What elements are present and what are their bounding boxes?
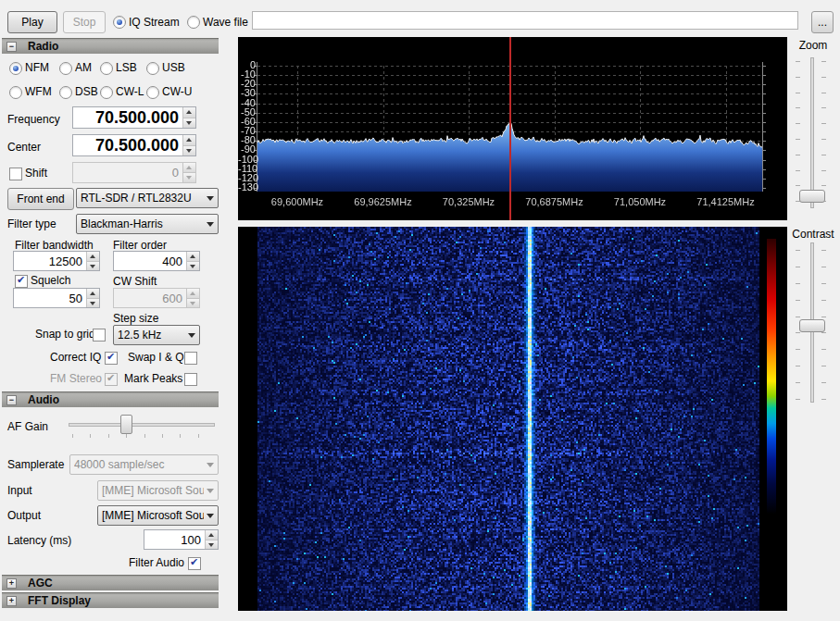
swap-iq-label: Swap I & Q (128, 351, 184, 364)
filter-bandwidth-field[interactable]: 12500 (13, 251, 100, 271)
center-up-icon[interactable] (183, 135, 195, 146)
mode-radio-cw-l[interactable] (100, 86, 113, 99)
expand-icon[interactable]: + (6, 596, 17, 606)
squelch-down-icon[interactable] (87, 299, 99, 308)
shift-label: Shift (25, 167, 47, 180)
frequency-up-icon[interactable] (183, 107, 195, 118)
order-down-icon[interactable] (187, 262, 199, 271)
iq-stream-radio[interactable] (113, 16, 126, 29)
correct-iq-label: Correct IQ (50, 351, 101, 364)
zoom-ticks-left (796, 61, 800, 202)
center-field[interactable]: 70.500.000 (72, 134, 196, 156)
stop-button[interactable]: Stop (63, 11, 106, 33)
front-end-value: RTL-SDR / RTL2832U (81, 192, 204, 205)
squelch-up-icon[interactable] (87, 289, 99, 299)
squelch-field[interactable]: 50 (13, 288, 100, 308)
radio-panel-header[interactable]: − Radio (2, 38, 219, 54)
filter-order-field[interactable]: 400 (113, 251, 200, 271)
mode-radio-lsb[interactable] (100, 62, 113, 75)
chevron-down-icon (207, 463, 214, 467)
latency-field[interactable]: 100 (144, 529, 219, 550)
squelch-checkbox[interactable] (15, 275, 28, 288)
input-label: Input (7, 484, 32, 497)
bw-down-icon[interactable] (87, 262, 99, 271)
front-end-select[interactable]: RTL-SDR / RTL2832U (76, 188, 219, 208)
mode-label-nfm: NFM (25, 61, 49, 74)
mode-radio-nfm[interactable] (9, 62, 22, 75)
waterfall-colorbar (767, 239, 776, 541)
filter-bandwidth-value[interactable]: 12500 (14, 255, 86, 268)
agc-panel-header[interactable]: + AGC (2, 575, 219, 590)
waterfall-canvas[interactable] (257, 227, 759, 611)
correct-iq-checkbox[interactable] (105, 352, 118, 365)
af-gain-track[interactable] (69, 423, 215, 427)
toolbar: Play Stop IQ Stream Wave file ... (0, 0, 840, 37)
fft-panel-header[interactable]: + FFT Display (2, 592, 219, 608)
fm-stereo-label: FM Stereo (50, 372, 102, 385)
af-gain-thumb[interactable] (120, 415, 132, 434)
audio-panel-header[interactable]: − Audio (2, 391, 219, 407)
zoom-slider-thumb[interactable] (799, 190, 825, 203)
filter-type-select[interactable]: Blackman-Harris (76, 214, 219, 234)
input-select: [MME] Microsoft Sound (97, 480, 219, 501)
mark-peaks-checkbox[interactable] (184, 373, 197, 386)
mode-radio-cw-u[interactable] (146, 86, 159, 99)
frequency-field[interactable]: 70.500.000 (72, 106, 196, 129)
browse-button[interactable]: ... (811, 11, 834, 33)
zoom-slider-track[interactable] (810, 57, 814, 208)
collapse-icon[interactable]: − (6, 395, 17, 405)
output-select[interactable]: [MME] Microsoft Sound (97, 505, 219, 526)
squelch-label: Squelch (31, 274, 70, 287)
filter-audio-checkbox[interactable] (188, 557, 201, 570)
samplerate-label: Samplerate (7, 458, 64, 471)
squelch-value[interactable]: 50 (14, 292, 86, 305)
filter-order-value[interactable]: 400 (114, 255, 186, 268)
fft-panel-title: FFT Display (28, 594, 91, 607)
frequency-value[interactable]: 70.500.000 (73, 108, 182, 128)
latency-up-icon[interactable] (206, 530, 218, 540)
iq-stream-label: IQ Stream (129, 16, 180, 29)
center-value[interactable]: 70.500.000 (73, 136, 182, 155)
spectrum-panel[interactable]: 0-10-20-30-40-50-60-70-80-90-100-110-120… (238, 37, 787, 220)
sdrsharp-window: { "toolbar": { "play_label": "Play", "st… (0, 0, 840, 621)
mode-radio-wfm[interactable] (9, 86, 22, 99)
mark-peaks-label: Mark Peaks (124, 372, 182, 385)
file-input[interactable] (252, 11, 798, 30)
bw-up-icon[interactable] (87, 252, 99, 262)
mode-label-cw-l: CW-L (116, 85, 144, 98)
snap-to-grid-checkbox[interactable] (93, 329, 106, 342)
shift-field: 0 (72, 162, 196, 183)
mode-radio-usb[interactable] (146, 62, 159, 75)
order-up-icon[interactable] (187, 252, 199, 262)
center-label: Center (7, 141, 41, 154)
shift-value: 0 (73, 166, 182, 180)
wave-file-radio[interactable] (187, 16, 200, 29)
step-size-select[interactable]: 12.5 kHz (113, 325, 200, 345)
spectrum-canvas[interactable] (238, 37, 787, 220)
mode-radio-dsb[interactable] (59, 86, 72, 99)
mode-label-wfm: WFM (25, 85, 52, 98)
collapse-icon[interactable]: − (6, 42, 17, 52)
mode-radio-am[interactable] (59, 62, 72, 75)
mode-label-dsb: DSB (75, 85, 98, 98)
expand-icon[interactable]: + (6, 578, 17, 589)
cw-shift-value: 600 (114, 292, 186, 305)
contrast-slider-thumb[interactable] (799, 319, 825, 332)
front-end-button[interactable]: Front end (7, 188, 74, 210)
tuning-indicator-line (509, 37, 511, 220)
freq-tick-label: 71,4125MHz (689, 196, 763, 207)
mode-grid: NFMAMLSBUSBWFMDSBCW-LCW-U (2, 61, 219, 109)
waterfall-panel[interactable] (238, 227, 787, 611)
swap-iq-checkbox[interactable] (184, 352, 197, 365)
latency-value[interactable]: 100 (144, 533, 205, 547)
sidebar: − Radio NFMAMLSBUSBWFMDSBCW-LCW-U Freque… (2, 38, 219, 621)
center-down-icon[interactable] (183, 146, 195, 156)
play-button[interactable]: Play (7, 11, 57, 33)
chevron-down-icon (188, 333, 195, 338)
cw-shift-field: 600 (113, 288, 200, 308)
shift-checkbox[interactable] (9, 168, 22, 180)
latency-down-icon[interactable] (206, 540, 218, 550)
frequency-down-icon[interactable] (183, 118, 195, 129)
latency-label: Latency (ms) (7, 534, 71, 547)
samplerate-value: 48000 sample/sec (74, 458, 204, 471)
